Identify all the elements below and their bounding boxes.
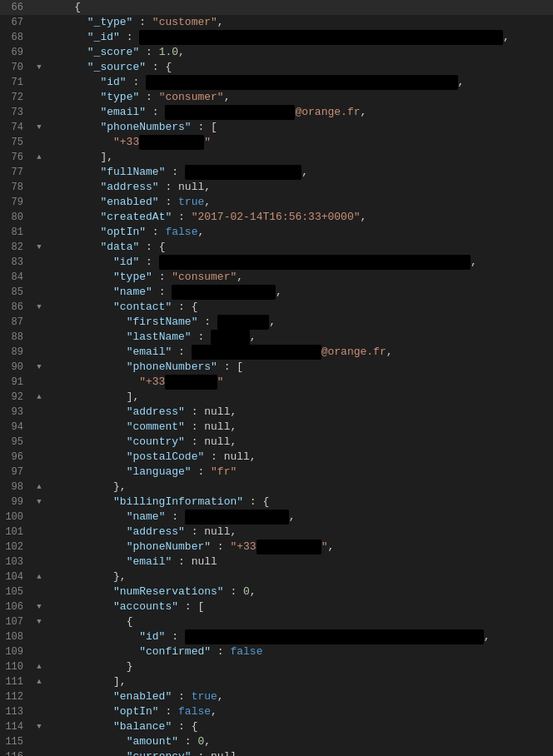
fold-gutter[interactable]: ▼ [33,120,45,135]
fold-gutter[interactable]: ▼ [33,60,45,75]
fold-arrow-icon[interactable]: ▼ [37,614,41,629]
fold-arrow-icon[interactable]: ▼ [37,719,41,734]
json-key: "billingInformation" [113,495,243,508]
json-key: "phoneNumber" [127,540,211,553]
fold-arrow-icon[interactable]: ▼ [37,240,41,255]
fold-gutter[interactable]: ▲ [33,569,45,584]
code-line: 106▼ "accounts" : [ [0,599,553,614]
json-punctuation: : [165,510,184,523]
fold-arrow-icon[interactable]: ▼ [37,495,41,510]
line-content: "phoneNumber" : "+33 ", [45,540,553,555]
json-boolean: false [165,226,197,238]
json-punctuation: : { [243,495,269,508]
code-line: 97 "language" : "fr" [0,465,553,480]
line-number: 75 [0,135,33,150]
fold-arrow-icon[interactable]: ▼ [37,120,41,135]
json-punctuation: : [165,166,184,178]
fold-arrow-icon[interactable]: ▲ [37,674,41,689]
fold-arrow-icon[interactable]: ▼ [37,599,41,614]
line-number: 92 [0,390,33,405]
json-punctuation: , [217,690,224,703]
fold-gutter[interactable]: ▼ [33,614,45,629]
line-number: 87 [0,315,33,330]
json-key: "comment" [127,420,185,433]
line-content: } [45,659,553,674]
fold-gutter[interactable]: ▲ [33,480,45,495]
fold-arrow-icon[interactable]: ▲ [37,390,41,405]
code-line: 89 "email" : @orange.fr, [0,345,553,360]
json-key: "address" [127,405,185,418]
line-content: "confirmed" : false [45,644,553,659]
fold-gutter[interactable]: ▼ [33,300,45,315]
code-line: 101 "address" : null, [0,525,553,540]
fold-gutter[interactable]: ▲ [33,390,45,405]
redacted-value [139,135,204,150]
json-punctuation [48,675,113,688]
json-punctuation: , [328,540,335,553]
fold-gutter[interactable]: ▼ [33,360,45,375]
fold-gutter[interactable]: ▼ [33,495,45,510]
json-key: "enabled" [113,690,172,703]
json-punctuation: : null, [159,181,211,193]
code-line: 105 "numReservations" : 0, [0,584,553,599]
line-content: "phoneNumbers" : [ [45,360,553,375]
json-punctuation: } [127,660,133,673]
json-key: "_id" [87,31,120,43]
json-key: "address" [100,181,158,193]
json-key: "fullName" [100,166,165,178]
fold-gutter[interactable]: ▲ [33,150,45,165]
line-number: 108 [0,629,33,644]
json-key: "optIn" [100,226,146,238]
line-number: 66 [0,0,33,15]
json-punctuation: : { [146,61,172,73]
line-number: 89 [0,345,33,360]
json-punctuation [48,331,127,343]
line-number: 95 [0,435,33,450]
fold-gutter[interactable]: ▲ [33,659,45,674]
fold-arrow-icon[interactable]: ▲ [37,150,41,165]
line-number: 100 [0,510,33,525]
json-punctuation: : null, [185,420,237,433]
code-line: 108 "id" : , [0,629,553,644]
json-punctuation: , [217,16,224,28]
json-punctuation: : [172,690,191,703]
json-punctuation [48,660,127,673]
json-punctuation: , [250,585,257,598]
json-punctuation: : [211,645,230,658]
json-punctuation [81,1,87,13]
json-punctuation: : [159,196,178,208]
json-key: "_source" [87,61,146,73]
fold-arrow-icon[interactable]: ▲ [37,659,41,674]
json-punctuation [48,435,127,448]
json-string: "+33 [230,540,256,553]
json-string: "consumer" [172,271,237,283]
line-number: 71 [0,75,33,90]
line-content: "name" : , [45,510,553,525]
fold-arrow-icon[interactable]: ▼ [37,300,41,315]
json-punctuation [48,91,100,103]
line-content: "address" : null, [45,405,553,420]
json-punctuation: : null, [185,435,237,448]
fold-gutter[interactable]: ▼ [33,599,45,614]
json-key: "amount" [127,735,178,748]
json-key: "email" [127,555,172,568]
code-line: 95 "country" : null, [0,435,553,450]
fold-arrow-icon[interactable]: ▼ [37,360,41,375]
json-punctuation: , [458,76,465,88]
json-punctuation: : [192,465,211,478]
fold-arrow-icon[interactable]: ▼ [37,60,41,75]
line-content: "contact" : { [45,300,553,315]
json-punctuation: , [503,31,510,43]
json-punctuation [48,76,100,88]
fold-arrow-icon[interactable]: ▲ [37,480,41,495]
json-punctuation [48,420,127,433]
line-content: "optIn" : false, [45,225,553,240]
fold-gutter[interactable]: ▼ [33,719,45,734]
json-string: "+33 [113,136,139,148]
json-punctuation [48,241,100,253]
json-punctuation: : { [172,301,197,313]
fold-arrow-icon[interactable]: ▲ [37,569,41,584]
code-line: 107▼ { [0,614,553,629]
fold-gutter[interactable]: ▲ [33,674,45,689]
fold-gutter[interactable]: ▼ [33,240,45,255]
